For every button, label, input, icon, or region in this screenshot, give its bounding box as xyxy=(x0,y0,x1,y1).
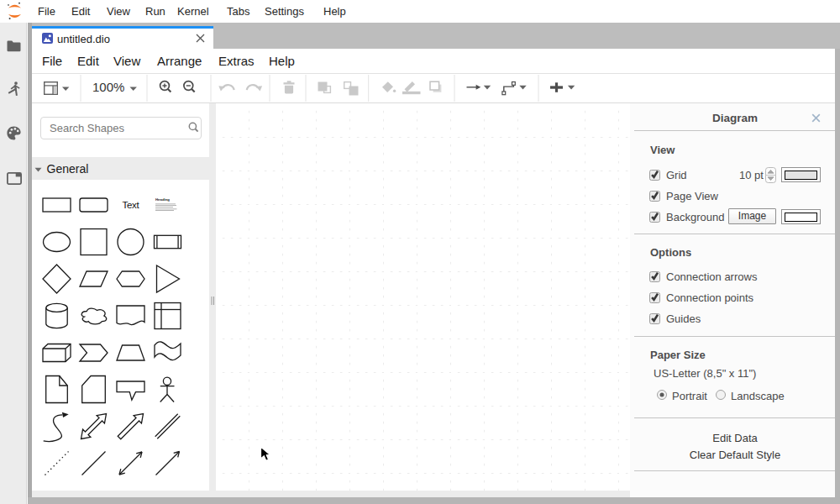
svg-text:Text: Text xyxy=(123,200,140,210)
svg-text:100%: 100% xyxy=(92,80,124,94)
svg-text:Heading: Heading xyxy=(155,197,170,202)
